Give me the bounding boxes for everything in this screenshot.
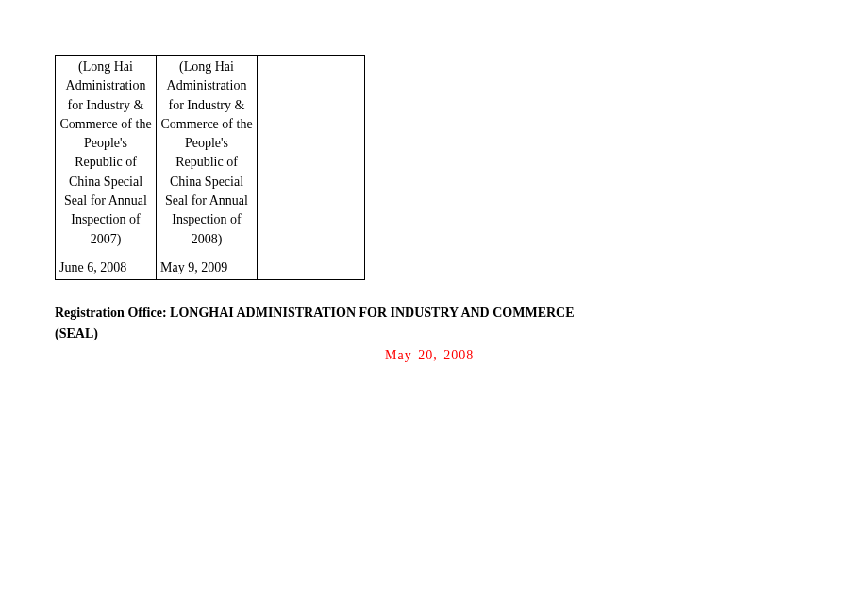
seal-cell-empty bbox=[258, 56, 365, 280]
document-page: (Long Hai Administration for Industry & … bbox=[0, 0, 868, 363]
seal-cell-2008: (Long Hai Administration for Industry & … bbox=[157, 56, 258, 280]
seal-text-2007: (Long Hai Administration for Industry & … bbox=[59, 56, 152, 249]
seal-date-2008: May 9, 2009 bbox=[160, 249, 253, 279]
registration-office-line: Registration Office: LONGHAI ADMINISTRAT… bbox=[55, 303, 583, 343]
inspection-seal-table: (Long Hai Administration for Industry & … bbox=[55, 55, 365, 280]
seal-date-2007: June 6, 2008 bbox=[59, 249, 152, 279]
seal-text-2008: (Long Hai Administration for Industry & … bbox=[160, 56, 253, 249]
seal-cell-2007: (Long Hai Administration for Industry & … bbox=[56, 56, 157, 280]
table-row: (Long Hai Administration for Industry & … bbox=[56, 56, 365, 280]
issue-date: May 20, 2008 bbox=[385, 348, 868, 363]
